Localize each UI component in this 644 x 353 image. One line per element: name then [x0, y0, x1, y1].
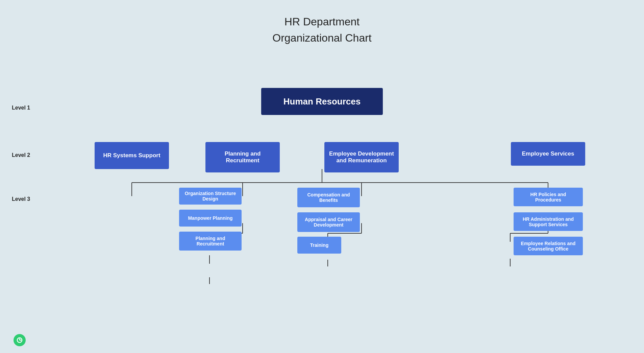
- node-employee-relations[interactable]: Employee Relations and Counseling Office: [514, 237, 583, 255]
- level3-label: Level 3: [12, 196, 30, 202]
- node-planning-recruitment[interactable]: Planning and Recruitment: [205, 142, 280, 172]
- page-title: HR Department Organizational Chart: [0, 0, 644, 46]
- node-hr-policies[interactable]: HR Policies and Procedures: [514, 188, 583, 206]
- node-compensation-benefits[interactable]: Compensation and Benefits: [297, 188, 360, 207]
- bottom-icon[interactable]: [14, 334, 26, 346]
- node-human-resources[interactable]: Human Resources: [261, 88, 383, 115]
- node-employee-development[interactable]: Employee Development and Remuneration: [324, 142, 399, 172]
- node-org-structure-design[interactable]: Organization Structure Design: [179, 188, 242, 205]
- level1-label: Level 1: [12, 105, 30, 111]
- node-hr-systems-support[interactable]: HR Systems Support: [95, 142, 169, 169]
- node-appraisal-career[interactable]: Appraisal and Career Development: [297, 212, 360, 232]
- node-training[interactable]: Training: [297, 237, 341, 254]
- node-employee-services[interactable]: Employee Services: [511, 142, 585, 166]
- node-planning-recruitment-l3[interactable]: Planning and Recruitment: [179, 232, 242, 251]
- node-manpower-planning[interactable]: Manpower Planning: [179, 210, 242, 227]
- level2-label: Level 2: [12, 152, 30, 158]
- node-hr-admin[interactable]: HR Administration and Support Services: [514, 212, 583, 231]
